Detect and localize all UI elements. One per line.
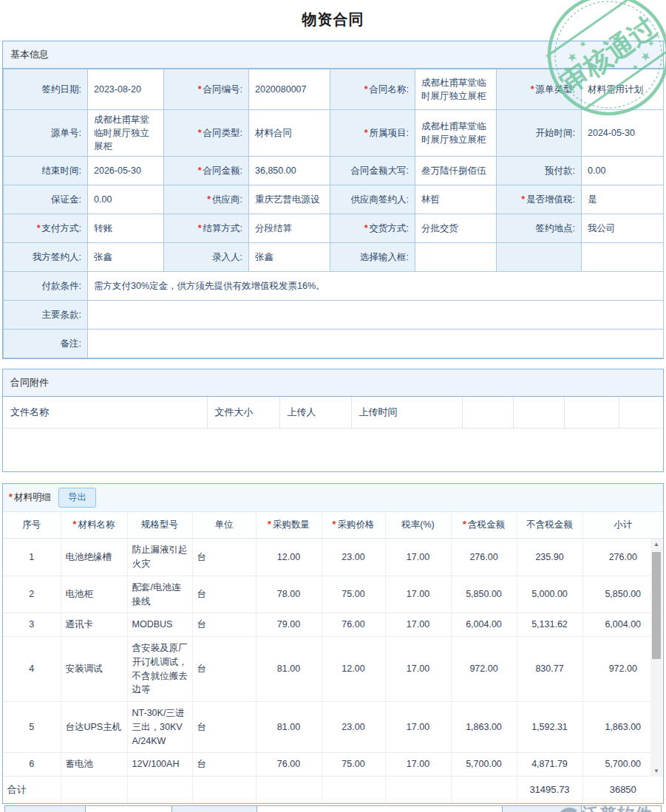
material-cell: 通讯卡 — [61, 613, 127, 637]
field-label: *合同名称: — [330, 69, 415, 110]
attachments-column-header — [564, 397, 619, 429]
required-star: * — [9, 492, 13, 502]
materials-column-header: 规格型号 — [127, 512, 192, 539]
field-value: 叁万陆仟捌佰伍 — [415, 157, 497, 185]
field-label: 录入人: — [164, 243, 249, 272]
material-row: 1电池绝缘槽防止漏液引起火灾台12.0023.0017.00276.00235.… — [3, 539, 663, 576]
field-label: *所属项目: — [330, 110, 415, 157]
material-cell: 830.77 — [517, 637, 582, 702]
field-value — [88, 330, 664, 358]
materials-column-header: *含税金额 — [451, 512, 517, 539]
material-cell: 配套/电池连接线 — [127, 576, 192, 613]
material-cell: 81.00 — [256, 702, 322, 753]
field-value: 材料合同 — [249, 110, 330, 157]
field-label: 我方签约人: — [4, 243, 88, 272]
field-value: 0.00 — [88, 185, 164, 214]
material-cell: 12.00 — [256, 539, 322, 576]
field-label: *支付方式: — [4, 214, 88, 243]
material-cell: 6,004.00 — [451, 613, 517, 637]
attachments-column-header — [513, 397, 564, 429]
attachments-column-header: 文件大小 — [207, 397, 279, 429]
field-label: 签约地点: — [497, 214, 582, 243]
material-cell: 235.90 — [517, 539, 582, 576]
field-label: 预付款: — [497, 157, 582, 185]
materials-section: *材料明细 导出 序号*材料名称规格型号单位*采购数量*采购价格税率(%)*含税… — [2, 483, 664, 803]
material-cell: 5,000.00 — [517, 576, 582, 613]
field-value: 我公司 — [582, 214, 664, 243]
materials-total-cell: 36850 — [582, 777, 663, 803]
field-value: 林哲 — [415, 185, 497, 214]
scroll-up-button[interactable]: ▲ — [650, 539, 662, 550]
field-label: *合同编号: — [164, 69, 249, 110]
field-label: *合同类型: — [164, 110, 249, 157]
attachments-column-header: 文件名称 — [3, 397, 207, 429]
materials-total-label: 合计 — [3, 777, 61, 803]
materials-total-cell — [451, 777, 517, 803]
footer-amount-words-label: 金额大写: — [172, 806, 257, 812]
field-value: 材料需用计划 — [582, 69, 664, 110]
vendor-logo-name: 泛普软件 — [582, 806, 653, 812]
materials-total-row: 合计31495.7336850 — [3, 777, 663, 803]
field-value — [415, 243, 497, 272]
attachments-empty-area — [3, 429, 663, 471]
field-value: 分批交货 — [415, 214, 497, 243]
materials-total-cell — [256, 777, 322, 803]
material-row: 5台达UPS主机NT-30K/三进三出，30KVA/24KW台81.0023.0… — [3, 702, 663, 753]
materials-table: 序号*材料名称规格型号单位*采购数量*采购价格税率(%)*含税金额不含税金额小计… — [3, 512, 663, 802]
material-cell: 4,871.79 — [517, 753, 582, 777]
contract-detail-page: 审核通过 ★ ★ ★ ★ ★ ★ 物资合同 基本信息 签约日期:2023-08-… — [0, 0, 666, 812]
materials-column-header: *采购价格 — [322, 512, 385, 539]
material-cell: 1,592.31 — [517, 702, 582, 753]
material-cell: 17.00 — [385, 637, 451, 702]
material-cell: 台 — [192, 702, 256, 753]
materials-total-cell — [385, 777, 451, 803]
materials-total-cell — [127, 777, 192, 803]
scroll-down-button[interactable]: ▼ — [650, 765, 662, 777]
materials-section-title: *材料明细 — [9, 491, 51, 504]
materials-scrollbar[interactable]: ▲ ▼ — [650, 539, 662, 777]
field-value — [582, 243, 664, 272]
field-label: 付款条件: — [4, 272, 88, 301]
field-value: 分段结算 — [249, 214, 330, 243]
materials-column-header: *采购数量 — [256, 512, 322, 539]
materials-total-cell: 31495.73 — [517, 777, 582, 803]
material-cell: 276.00 — [451, 539, 517, 576]
field-value: 2023-08-20 — [88, 69, 164, 110]
scrollbar-track[interactable] — [650, 550, 662, 765]
material-cell: 防止漏液引起火灾 — [127, 539, 192, 576]
attachments-column-header — [619, 397, 663, 429]
field-label: 合同金额大写: — [330, 157, 415, 185]
footer-total-value: 36,850.00 — [86, 806, 172, 812]
material-cell: 972.00 — [451, 637, 517, 702]
material-cell: 76.00 — [322, 613, 385, 637]
field-label: *是否增值税: — [497, 185, 582, 214]
field-value: 张鑫 — [249, 243, 330, 272]
field-label: 备注: — [4, 330, 88, 358]
material-cell: 5 — [3, 702, 61, 753]
material-cell: 电池柜 — [61, 576, 127, 613]
footer-total-label: 合计: — [5, 806, 86, 812]
field-value — [88, 301, 664, 330]
material-cell: 安装调试 — [61, 637, 127, 702]
basic-info-section-title: 基本信息 — [3, 41, 663, 69]
material-cell: 12.00 — [322, 637, 385, 702]
attachments-section-title: 合同附件 — [3, 369, 663, 397]
material-cell: 2 — [3, 576, 61, 613]
materials-total-cell — [192, 777, 256, 803]
materials-total-cell — [61, 777, 127, 803]
field-label: 结束时间: — [4, 157, 88, 185]
material-cell: 75.00 — [322, 576, 385, 613]
field-label: 开始时间: — [497, 110, 582, 157]
field-value: 0.00 — [582, 157, 664, 185]
material-cell: 4 — [3, 637, 61, 702]
material-cell: 12V/100AH — [127, 753, 192, 777]
material-cell: 电池绝缘槽 — [61, 539, 127, 576]
field-label: 签约日期: — [4, 69, 88, 110]
material-cell: 17.00 — [385, 576, 451, 613]
export-button[interactable]: 导出 — [58, 488, 96, 508]
material-cell: 1 — [3, 539, 61, 576]
attachments-section: 合同附件 文件名称文件大小上传人上传时间 — [2, 369, 664, 472]
material-cell: 台 — [192, 539, 256, 576]
scrollbar-thumb[interactable] — [652, 552, 661, 659]
material-cell: 17.00 — [385, 702, 451, 753]
